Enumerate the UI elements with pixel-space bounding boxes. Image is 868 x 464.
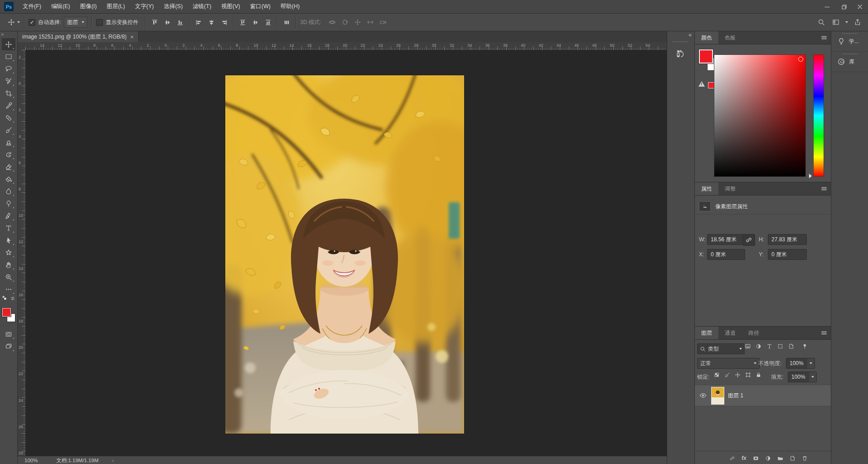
type-tool[interactable] — [2, 222, 15, 234]
dodge-tool[interactable] — [2, 197, 15, 210]
align-bottom-edges-button[interactable] — [175, 17, 185, 27]
filter-adjustment-layers-icon[interactable] — [756, 343, 761, 349]
edit-toolbar-button[interactable] — [2, 283, 15, 295]
search-button[interactable] — [816, 17, 826, 27]
layer-effects-button[interactable]: fx — [742, 455, 747, 461]
delete-layer-icon[interactable] — [802, 455, 808, 461]
lock-transparent-pixels-icon[interactable] — [714, 372, 720, 378]
new-group-icon[interactable] — [777, 455, 783, 461]
link-layers-icon[interactable] — [729, 455, 735, 461]
menu-file[interactable]: 文件(F) — [18, 0, 46, 13]
document-tab[interactable]: image 15251.png @ 100% (图层 1, RGB/8) × — [18, 31, 139, 42]
blend-mode-dropdown[interactable]: 正常 — [697, 358, 760, 369]
panel-menu-icon[interactable] — [821, 330, 827, 336]
height-field[interactable]: 27.83 厘米 — [768, 234, 807, 245]
tool-preset-move-icon[interactable] — [6, 17, 16, 27]
brush-tool[interactable] — [2, 124, 15, 136]
rectangular-marquee-tool[interactable] — [2, 50, 15, 63]
tab-channels[interactable]: 通道 — [718, 327, 742, 339]
pasteboard[interactable] — [25, 50, 667, 456]
tab-layers[interactable]: 图层 — [695, 327, 718, 339]
close-tab-icon[interactable]: × — [130, 34, 134, 40]
menu-select[interactable]: 选择(S) — [159, 0, 188, 13]
default-colors-icon[interactable] — [2, 296, 7, 301]
eyedropper-tool[interactable] — [2, 99, 15, 112]
quick-mask-button[interactable] — [2, 328, 15, 340]
minimize-button[interactable] — [819, 0, 835, 13]
gamut-warning-icon[interactable] — [698, 81, 705, 87]
menu-help[interactable]: 帮助(H) — [276, 0, 305, 13]
filter-smart-objects-icon[interactable] — [788, 343, 794, 349]
menu-window[interactable]: 窗口(W) — [245, 0, 276, 13]
add-layer-mask-icon[interactable] — [753, 455, 759, 461]
close-button[interactable] — [852, 0, 868, 13]
blur-tool[interactable] — [2, 185, 15, 197]
gamut-warning-swatch[interactable] — [708, 82, 714, 88]
menu-image[interactable]: 图像(I) — [75, 0, 102, 13]
custom-shape-tool[interactable] — [2, 246, 15, 259]
distribute-bottom-edges-button[interactable] — [263, 17, 273, 27]
link-dimensions-button[interactable] — [742, 234, 755, 246]
vertical-ruler[interactable]: 20246810121416182022242628 — [18, 50, 26, 456]
layer-name[interactable]: 图层 1 — [728, 392, 743, 400]
align-vertical-centers-button[interactable] — [162, 17, 172, 27]
crop-tool[interactable] — [2, 87, 15, 99]
distribute-top-edges-button[interactable] — [238, 17, 247, 27]
lock-all-icon[interactable] — [756, 372, 761, 378]
lock-image-pixels-icon[interactable] — [724, 372, 730, 378]
x-field[interactable]: 0 厘米 — [707, 249, 745, 260]
y-field[interactable]: 0 厘米 — [768, 249, 807, 260]
move-tool[interactable] — [2, 38, 15, 50]
auto-select-dropdown[interactable]: 图层 — [64, 17, 87, 28]
workspace-switcher-button[interactable] — [831, 17, 841, 27]
show-transform-checkbox[interactable]: ✓ — [96, 19, 103, 26]
filter-type-layers-icon[interactable] — [766, 343, 772, 349]
screen-mode-button[interactable] — [2, 340, 15, 352]
clone-stamp-tool[interactable] — [2, 136, 15, 148]
opacity-caret[interactable] — [807, 358, 815, 369]
tab-adjustments[interactable]: 调整 — [718, 182, 742, 195]
lock-position-icon[interactable] — [735, 372, 741, 378]
eraser-tool[interactable] — [2, 161, 15, 173]
tool-preset-caret[interactable] — [17, 21, 20, 23]
pen-tool[interactable] — [2, 210, 15, 222]
swap-colors-icon[interactable] — [10, 296, 15, 301]
layer-thumbnail[interactable] — [712, 387, 724, 404]
hue-slider[interactable] — [814, 55, 824, 176]
zoom-tool[interactable] — [2, 271, 15, 283]
tab-paths[interactable]: 路径 — [742, 327, 766, 339]
expand-panels-button[interactable]: « — [689, 32, 692, 38]
status-chevron-icon[interactable]: › — [112, 458, 114, 463]
tab-properties[interactable]: 属性 — [695, 182, 718, 195]
menu-type[interactable]: 文字(Y) — [130, 0, 159, 13]
filter-shape-layers-icon[interactable] — [777, 343, 783, 349]
width-field[interactable]: 18.56 厘米 — [707, 234, 745, 245]
restore-button[interactable] — [835, 0, 852, 13]
libraries-panel-button[interactable]: 库 — [831, 52, 868, 72]
history-panel-button[interactable] — [672, 45, 689, 62]
menu-edit[interactable]: 编辑(E) — [46, 0, 75, 13]
align-left-edges-button[interactable] — [194, 17, 204, 27]
color-field-selector[interactable] — [798, 57, 803, 62]
filter-pixel-layers-icon[interactable] — [745, 343, 751, 349]
lasso-tool[interactable] — [2, 63, 15, 75]
foreground-color-well[interactable] — [699, 49, 713, 63]
new-adjustment-layer-icon[interactable] — [765, 455, 771, 461]
learn-panel-button[interactable]: 学... — [831, 31, 868, 52]
layer-row[interactable]: 图层 1 — [695, 385, 831, 406]
panel-menu-icon[interactable] — [821, 186, 827, 192]
distribute-vertical-centers-button[interactable] — [250, 17, 260, 27]
layer-filter-dropdown[interactable]: 类型 — [697, 343, 745, 354]
gradient-tool[interactable] — [2, 173, 15, 185]
align-right-edges-button[interactable] — [219, 17, 229, 27]
align-horizontal-centers-button[interactable] — [206, 17, 216, 27]
photo-image[interactable] — [225, 75, 464, 434]
hand-tool[interactable] — [2, 259, 15, 271]
spot-healing-brush-tool[interactable] — [2, 112, 15, 124]
history-brush-tool[interactable] — [2, 148, 15, 161]
dock-grip[interactable] — [673, 41, 688, 42]
distribute-spacing-button[interactable] — [281, 17, 291, 27]
fill-caret[interactable] — [809, 371, 817, 382]
hue-slider-handle[interactable] — [809, 174, 812, 178]
lock-artboard-icon[interactable] — [745, 372, 751, 378]
